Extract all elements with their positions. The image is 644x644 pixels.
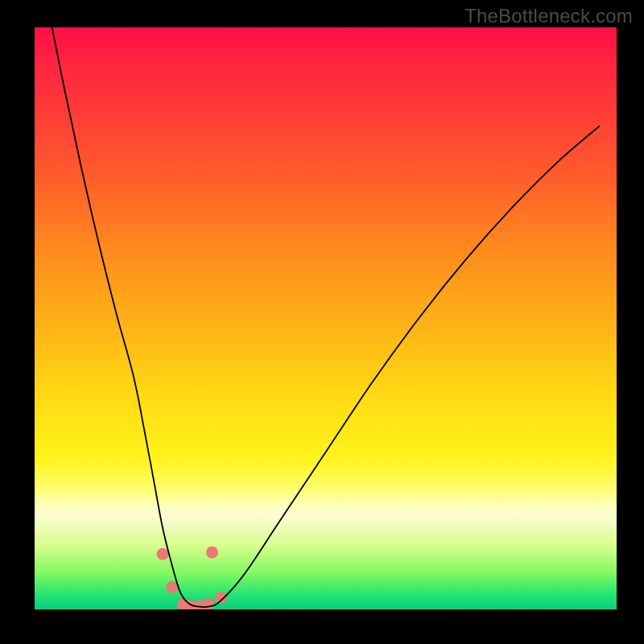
watermark-label: TheBottleneck.com [464, 5, 633, 27]
bottleneck-marker [157, 548, 169, 560]
bottleneck-marker [166, 581, 178, 593]
chart-frame: TheBottleneck.com [0, 0, 644, 644]
plot-area [35, 27, 617, 609]
bottleneck-curve-path [52, 27, 600, 607]
curve-layer [35, 27, 617, 609]
bottleneck-marker [206, 547, 218, 559]
bottleneck-marker [215, 592, 227, 604]
bottleneck-markers-group [157, 547, 227, 609]
